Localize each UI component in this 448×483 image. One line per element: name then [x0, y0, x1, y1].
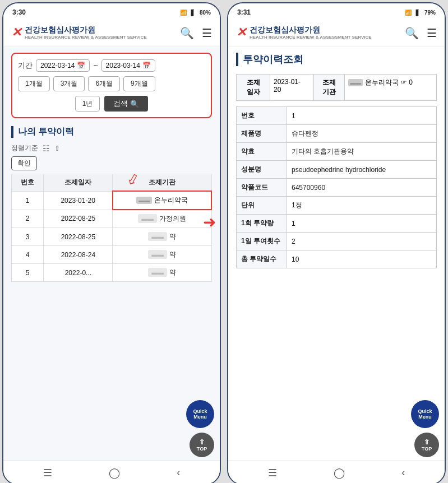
row4-no: 4: [12, 246, 44, 264]
top-label-left: TOP: [197, 446, 207, 452]
summary-label-date: 조제일자: [237, 75, 270, 101]
row5-date: 2022-0...: [44, 264, 113, 282]
info-row-no: 번호 1: [237, 107, 437, 125]
row3-date: 2022-08-25: [44, 228, 113, 246]
right-phone: 3:31 📶 ▐▏ 79% ✕ 건강보험심사평가원 HEALTH INSURAN…: [227, 2, 446, 483]
nav-back-left[interactable]: ‹: [177, 467, 180, 479]
status-icons-right: 📶 ▐▏ 79%: [405, 10, 436, 16]
info-row-effect: 약효 기타의 호흡기관용약: [237, 143, 437, 161]
nav-menu-left[interactable]: ☰: [43, 467, 52, 479]
nav-menu-right[interactable]: ☰: [268, 467, 277, 479]
battery-left: 80%: [200, 10, 211, 16]
logo-area-left: ✕ 건강보험심사평가원 HEALTH INSURANCE REVIEW & AS…: [11, 25, 147, 40]
table-row[interactable]: 1 2023-01-20 ▬▬ 온누리약국: [12, 191, 212, 210]
arrow-right-between-phones: ➜: [203, 213, 216, 231]
logo-area-right: ✕ 건강보험심사평가원 HEALTH INSURANCE REVIEW & AS…: [236, 25, 372, 40]
quick-menu-right[interactable]: QuickMenu: [411, 400, 439, 428]
search-icon-left[interactable]: 🔍: [180, 26, 194, 40]
date-to[interactable]: 2023-03-14 📅: [101, 59, 155, 72]
menu-icon-right[interactable]: ☰: [427, 26, 437, 40]
table-row[interactable]: 3 2022-08-25 ▬▬ 약: [12, 228, 212, 246]
value-freq: 2: [287, 233, 437, 250]
tilde: ~: [93, 61, 98, 70]
row4-date: 2022-08-24: [44, 246, 113, 264]
nav-home-right[interactable]: ◯: [334, 467, 345, 479]
search-button[interactable]: 검색 🔍: [104, 96, 148, 112]
search-icon-right[interactable]: 🔍: [405, 26, 419, 40]
value-effect: 기타의 호흡기관용약: [287, 143, 437, 161]
battery-right: 79%: [424, 10, 436, 16]
label-product: 제품명: [237, 125, 287, 143]
header-icons-right: 🔍 ☰: [405, 26, 437, 40]
quick-menu-label-right: QuickMenu: [418, 408, 432, 420]
signal-icon-right: ▐▏: [414, 10, 422, 16]
period-9month[interactable]: 9개월: [123, 76, 155, 91]
history-table: 번호 조제일자 조제기관 1 2023-01-20 ▬▬ 온누리약국 2 202…: [11, 174, 212, 282]
table-row[interactable]: 5 2022-0... ▬▬ 약: [12, 264, 212, 282]
section-title-left: 나의 투약이력: [11, 126, 212, 138]
calendar-icon-to: 📅: [142, 62, 151, 69]
row5-no: 5: [12, 264, 44, 282]
row3-no: 3: [12, 228, 44, 246]
value-ingredient: pseudoephedrine hydrochloride: [287, 161, 437, 179]
logo-text-right: 건강보험심사평가원 HEALTH INSURANCE REVIEW & ASSE…: [250, 25, 372, 40]
calendar-icon-from: 📅: [77, 62, 85, 69]
period-1month[interactable]: 1개월: [18, 76, 50, 91]
top-button-left[interactable]: ⇧ TOP: [190, 433, 214, 457]
header-left: ✕ 건강보험심사평가원 HEALTH INSURANCE REVIEW & AS…: [3, 19, 220, 47]
row5-org: ▬▬ 약: [113, 264, 211, 282]
sort-row: 정렬기준 ☷ ⇧: [11, 143, 212, 153]
value-unit: 1정: [287, 197, 437, 215]
label-freq: 1일 투여횟수: [237, 233, 287, 250]
period-label: 기간: [18, 61, 33, 71]
info-row-code: 약품코드 645700960: [237, 179, 437, 197]
status-bar-left: 3:30 📶 ▐▏ 80%: [3, 3, 220, 19]
label-effect: 약효: [237, 143, 287, 161]
summary-date: 2023-01-20: [270, 75, 314, 101]
row2-date: 2022-08-25: [44, 210, 113, 228]
nav-back-right[interactable]: ‹: [401, 467, 405, 479]
sort-arrow: ⇧: [54, 145, 60, 152]
label-no: 번호: [237, 107, 287, 125]
top-arrow-icon-right: ⇧: [424, 438, 429, 446]
table-row[interactable]: 2 2022-08-25 ▬▬ 가정의원: [12, 210, 212, 228]
signal-icon: ▐▏: [189, 10, 197, 16]
info-table: 번호 1 제품명 슈다펜정 약효 기타의 호흡기관용약 성분명 pseudoep…: [236, 106, 437, 268]
value-code: 645700960: [287, 179, 437, 197]
top-arrow-icon-left: ⇧: [199, 438, 205, 446]
sort-icon[interactable]: ☷: [43, 144, 50, 153]
date-from[interactable]: 2022-03-14 📅: [36, 59, 90, 72]
row1-org: ▬▬ 온누리약국: [113, 191, 211, 210]
value-product: 슈다펜정: [287, 125, 437, 143]
header-right: ✕ 건강보험심사평가원 HEALTH INSURANCE REVIEW & AS…: [228, 19, 445, 47]
date-row: 기간 2022-03-14 📅 ~ 2023-03-14 📅: [18, 59, 205, 72]
time-left: 3:30: [12, 8, 26, 16]
table-row[interactable]: 4 2022-08-24 ▬▬ 약: [12, 246, 212, 264]
logo-x-left: ✕: [11, 25, 21, 40]
period-3month[interactable]: 3개월: [53, 76, 85, 91]
row1-no: 1: [12, 191, 44, 210]
period-6month[interactable]: 6개월: [88, 76, 120, 91]
period-row: 1개월 3개월 6개월 9개월: [18, 76, 205, 91]
row1-date: 2023-01-20: [44, 191, 113, 210]
top-label-right: TOP: [422, 446, 432, 452]
value-dose: 1: [287, 215, 437, 233]
time-right: 3:31: [237, 8, 251, 16]
year-btn[interactable]: 1년: [75, 96, 100, 112]
col-date: 조제일자: [44, 174, 113, 192]
header-icons-left: 🔍 ☰: [180, 26, 212, 40]
row3-org: ▬▬ 약: [113, 228, 211, 246]
quick-menu-left[interactable]: QuickMenu: [186, 400, 214, 428]
confirm-button[interactable]: 확인: [11, 156, 37, 170]
logo-text-left: 건강보험심사평가원 HEALTH INSURANCE REVIEW & ASSE…: [25, 25, 147, 40]
value-days: 10: [287, 250, 437, 268]
nav-home-left[interactable]: ◯: [109, 467, 120, 479]
quick-menu-label-left: QuickMenu: [193, 408, 207, 420]
left-phone: 3:30 📶 ▐▏ 80% ✕ 건강보험심사평가원 HEALTH INSURAN…: [2, 2, 221, 483]
row2-no: 2: [12, 210, 44, 228]
status-icons-left: 📶 ▐▏ 80%: [180, 10, 211, 16]
label-dose: 1회 투약량: [237, 215, 287, 233]
top-button-right[interactable]: ⇧ TOP: [414, 433, 439, 457]
menu-icon-left[interactable]: ☰: [202, 26, 212, 40]
detail-title: 투약이력조회: [236, 53, 437, 66]
